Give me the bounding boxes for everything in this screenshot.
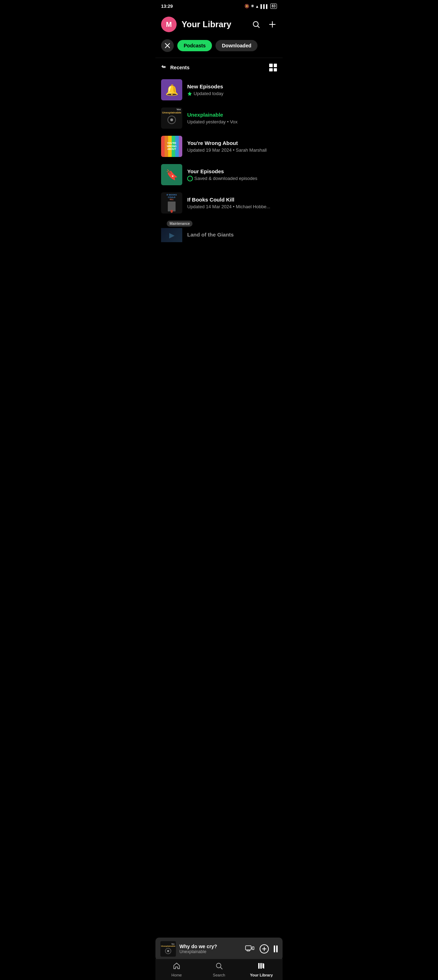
download-icon: ↓ (187, 176, 193, 181)
divider (156, 57, 282, 58)
recents-sort[interactable]: Recents (161, 64, 189, 71)
item-title: You're Wrong About (187, 140, 277, 146)
partial-art-icon: ▶ (169, 231, 175, 239)
pause-bar-1 (274, 945, 275, 953)
item-subtitle: Updated yesterday • Vox (187, 119, 277, 124)
new-episodes-thumb: 🔔 (161, 79, 182, 100)
item-title: Unexplainable (187, 112, 277, 118)
library-icon (257, 962, 265, 972)
nav-home[interactable]: Home (156, 959, 198, 980)
item-title: New Episodes (187, 83, 277, 89)
recents-row: Recents (156, 59, 282, 76)
search-button[interactable] (251, 20, 261, 29)
now-playing-bar[interactable]: Vox Unexplainable Why do we cry? Unexpla… (156, 937, 282, 960)
list-item[interactable]: IF BOOKSCOULD KILL If Books Could Kill U… (156, 189, 282, 217)
header: M Your Library (156, 11, 282, 37)
svg-rect-11 (252, 947, 254, 950)
mute-icon: 🔕 (244, 4, 249, 8)
add-button[interactable] (268, 20, 277, 29)
unexplainable-thumb: Vox Unexplainable (161, 108, 182, 129)
nav-library[interactable]: Your Library (240, 959, 282, 980)
pin-icon (187, 91, 192, 96)
ibck-info: If Books Could Kill Updated 14 Mar 2024 … (187, 197, 277, 209)
bluetooth-icon: ✳ (251, 4, 254, 8)
list-item-partial[interactable]: ▶ Land of the Giants (156, 228, 282, 242)
grid-dot-4 (274, 68, 277, 72)
item-title: Your Episodes (187, 168, 277, 174)
list-item[interactable]: 🔖 Your Episodes ↓ Saved & downloaded epi… (156, 161, 282, 189)
your-episodes-info: Your Episodes ↓ Saved & downloaded episo… (187, 168, 277, 181)
pause-bar-2 (276, 945, 278, 953)
svg-line-16 (221, 967, 222, 969)
np-title: Why do we cry? (179, 943, 241, 949)
pause-button[interactable] (274, 945, 278, 953)
page-title: Your Library (182, 19, 246, 29)
np-controls (245, 944, 278, 954)
unexplainable-info: Unexplainable Updated yesterday • Vox (187, 112, 277, 124)
grid-dot-3 (269, 68, 273, 72)
item-title: Land of the Giants (187, 232, 277, 237)
search-nav-icon (215, 962, 223, 972)
ywa-thumb: YOU'REWRONGABOUT (161, 136, 182, 157)
grid-view-button[interactable] (269, 64, 277, 72)
np-subtitle: Unexplainable (179, 949, 241, 954)
grid-dot-1 (269, 64, 273, 67)
status-bar: 13:29 🔕 ✳ ▲ ▌▌▌ 83 (156, 0, 282, 11)
item-title: If Books Could Kill (187, 197, 277, 202)
item-subtitle: ↓ Saved & downloaded episodes (187, 176, 277, 181)
svg-rect-18 (260, 963, 262, 969)
svg-rect-17 (258, 963, 260, 969)
nav-library-label: Your Library (250, 973, 273, 977)
downloaded-filter[interactable]: Downloaded (216, 40, 257, 51)
ibck-thumb: IF BOOKSCOULD KILL (161, 192, 182, 213)
filter-bar: Podcasts Downloaded (156, 37, 282, 57)
wifi-icon: ▲ (256, 4, 259, 8)
item-subtitle: Updated today (187, 91, 277, 96)
status-right: 🔕 ✳ ▲ ▌▌▌ 83 (244, 3, 277, 9)
clear-filter-button[interactable] (161, 39, 174, 52)
svg-marker-8 (187, 92, 192, 96)
item-subtitle: Updated 19 Mar 2024 • Sarah Marshall (187, 148, 277, 153)
signal-icon: ▌▌▌ (260, 4, 268, 8)
bookmark-icon: 🔖 (166, 169, 178, 181)
np-info: Why do we cry? Unexplainable (179, 943, 241, 954)
recents-label: Recents (170, 65, 189, 70)
home-icon (173, 962, 181, 972)
your-episodes-thumb: 🔖 (161, 164, 182, 185)
list-item[interactable]: 🔔 New Episodes Updated today (156, 76, 282, 104)
grid-dot-2 (274, 64, 277, 67)
bottom-nav: Home Search Your Library (156, 959, 282, 980)
list-item[interactable]: Vox Unexplainable Unexplainable Updated … (156, 104, 282, 132)
new-episodes-info: New Episodes Updated today (187, 83, 277, 96)
item-subtitle: Updated 14 Mar 2024 • Michael Hobbe... (187, 204, 277, 209)
list-item[interactable]: YOU'REWRONGABOUT You're Wrong About Upda… (156, 132, 282, 161)
status-time: 13:29 (161, 3, 173, 9)
svg-rect-10 (247, 950, 250, 951)
np-thumb: Vox Unexplainable (160, 941, 176, 957)
svg-rect-9 (246, 946, 251, 950)
sort-icon (161, 64, 167, 71)
add-to-queue-button[interactable] (260, 944, 269, 953)
nav-search-label: Search (213, 973, 225, 977)
nav-home-label: Home (171, 973, 182, 977)
partial-info: Land of the Giants (187, 232, 277, 239)
nav-search[interactable]: Search (198, 959, 240, 980)
device-connect-button[interactable] (245, 944, 255, 954)
avatar[interactable]: M (161, 17, 177, 32)
partial-thumb: ▶ (161, 228, 182, 242)
maintenance-section: Maintenance (156, 217, 282, 228)
ywa-info: You're Wrong About Updated 19 Mar 2024 •… (187, 140, 277, 153)
svg-line-1 (258, 26, 260, 28)
bell-icon: 🔔 (165, 84, 178, 96)
podcasts-filter[interactable]: Podcasts (177, 40, 212, 51)
battery-indicator: 83 (270, 3, 277, 9)
maintenance-tag: Maintenance (167, 221, 192, 227)
header-icons (251, 20, 277, 29)
